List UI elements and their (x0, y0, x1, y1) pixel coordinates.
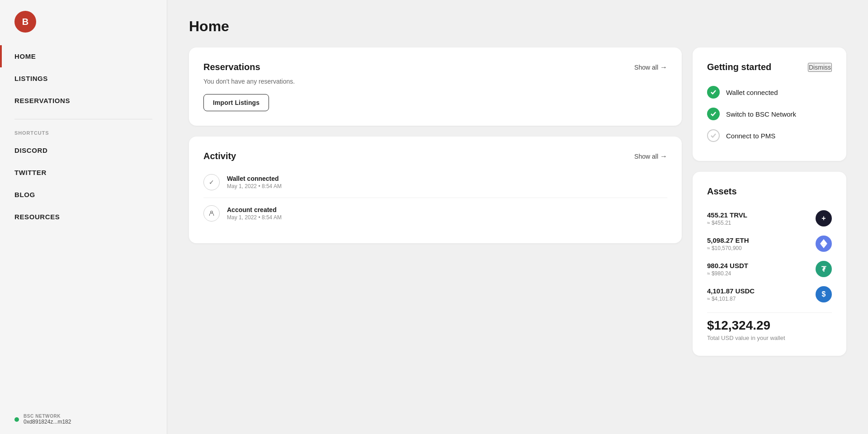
check-circle-done (707, 108, 720, 120)
sidebar-bottom: BSC NETWORK 0xd891824z...m182 (0, 405, 167, 434)
trvl-icon: + (816, 210, 832, 226)
checklist-label: Connect to PMS (726, 132, 775, 140)
activity-item-date: May 1, 2022 • 8:54 AM (227, 183, 282, 189)
asset-amount: 4,101.87 USDC (707, 287, 755, 295)
sidebar-logo: B (0, 0, 167, 45)
usdt-icon: ₮ (816, 261, 832, 277)
total-usd-value: $12,324.29 Total USD value in your walle… (707, 318, 832, 341)
usdc-icon: $ (816, 286, 832, 302)
svg-point-0 (211, 211, 213, 213)
activity-item-title: Account created (227, 206, 282, 213)
wallet-address: 0xd891824z...m182 (24, 419, 71, 425)
sidebar-item-discord[interactable]: DISCORD (0, 139, 167, 161)
activity-show-all[interactable]: Show all → (634, 152, 667, 160)
asset-usd: ≈ $10,570,900 (707, 245, 749, 251)
asset-item-eth: 5,098.27 ETH ≈ $10,570,900 (707, 231, 832, 256)
sidebar-item-listings[interactable]: LISTINGS (0, 67, 167, 90)
network-info: BSC NETWORK 0xd891824z...m182 (24, 414, 71, 425)
dismiss-button[interactable]: Dismiss (808, 63, 832, 72)
getting-started-card: Getting started Dismiss Wallet connected (693, 47, 846, 161)
check-circle-done (707, 86, 720, 99)
asset-item-usdc: 4,101.87 USDC ≈ $4,101.87 $ (707, 282, 832, 307)
checklist-label: Switch to BSC Network (726, 110, 796, 118)
asset-item-usdt: 980.24 USDT ≈ $980.24 ₮ (707, 256, 832, 282)
activity-title: Activity (203, 151, 236, 161)
logo-icon: B (14, 11, 36, 33)
asset-usd: ≈ $4,101.87 (707, 296, 755, 302)
activity-check-icon: ✓ (203, 174, 220, 190)
checklist-item: Switch to BSC Network (707, 103, 832, 125)
left-column: Reservations Show all → You don't have a… (189, 47, 682, 243)
sidebar: B HOME LISTINGS RESERVATIONS SHORTCUTS D… (0, 0, 167, 434)
network-status-dot (14, 417, 19, 422)
shortcuts-label: SHORTCUTS (0, 127, 167, 139)
activity-item-title: Wallet connected (227, 175, 282, 182)
eth-icon (816, 236, 832, 252)
asset-amount: 455.21 TRVL (707, 211, 747, 219)
reservations-empty-message: You don't have any reservations. (203, 78, 667, 85)
total-usd-label: Total USD value in your wallet (707, 335, 832, 341)
getting-started-header: Getting started Dismiss (707, 62, 832, 72)
content-grid: Reservations Show all → You don't have a… (189, 47, 846, 356)
assets-title: Assets (707, 186, 832, 197)
activity-person-icon (203, 205, 220, 222)
total-usd-amount: $12,324.29 (707, 318, 832, 333)
reservations-card: Reservations Show all → You don't have a… (189, 47, 682, 126)
activity-item: ✓ Wallet connected May 1, 2022 • 8:54 AM (203, 167, 667, 198)
checklist-label: Wallet connected (726, 89, 778, 96)
sidebar-item-home[interactable]: HOME (0, 45, 167, 67)
sidebar-item-twitter[interactable]: TWITTER (0, 161, 167, 184)
assets-card: Assets 455.21 TRVL ≈ $455.21 + 5,098.27 … (693, 172, 846, 356)
getting-started-title: Getting started (707, 62, 771, 72)
asset-item-trvl: 455.21 TRVL ≈ $455.21 + (707, 206, 832, 231)
sidebar-nav: HOME LISTINGS RESERVATIONS SHORTCUTS DIS… (0, 45, 167, 228)
sidebar-item-reservations[interactable]: RESERVATIONS (0, 90, 167, 112)
reservations-show-all[interactable]: Show all → (634, 63, 667, 71)
import-listings-button[interactable]: Import Listings (203, 94, 269, 111)
checklist-item: Connect to PMS (707, 125, 832, 146)
activity-item-date: May 1, 2022 • 8:54 AM (227, 214, 282, 221)
reservations-header: Reservations Show all → (203, 62, 667, 72)
asset-amount: 5,098.27 ETH (707, 236, 749, 244)
activity-header: Activity Show all → (203, 151, 667, 161)
right-column: Getting started Dismiss Wallet connected (693, 47, 846, 356)
sidebar-item-blog[interactable]: BLOG (0, 184, 167, 206)
network-name: BSC NETWORK (24, 414, 71, 419)
asset-amount: 980.24 USDT (707, 262, 748, 269)
checklist-item: Wallet connected (707, 81, 832, 103)
reservations-title: Reservations (203, 62, 260, 72)
activity-item: Account created May 1, 2022 • 8:54 AM (203, 198, 667, 229)
sidebar-item-resources[interactable]: RESOURCES (0, 206, 167, 228)
check-circle-pending (707, 129, 720, 142)
main-content: Home Reservations Show all → You don't h… (167, 0, 868, 434)
activity-card: Activity Show all → ✓ Wallet connected M… (189, 137, 682, 243)
nav-divider (14, 119, 152, 119)
asset-usd: ≈ $980.24 (707, 270, 748, 277)
assets-divider (707, 312, 832, 313)
asset-usd: ≈ $455.21 (707, 220, 747, 226)
page-title: Home (189, 18, 846, 35)
